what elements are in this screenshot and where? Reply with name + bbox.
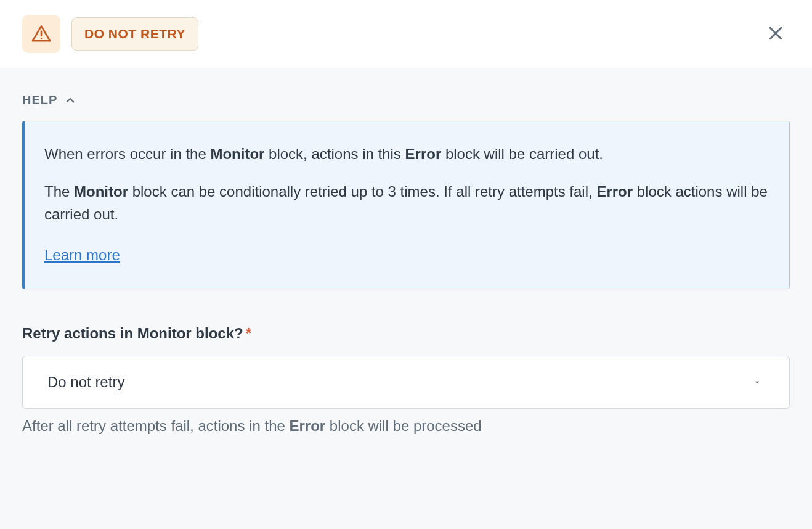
caret-down-icon [752, 374, 762, 391]
warning-icon-tile [22, 15, 60, 53]
close-icon [766, 24, 785, 43]
help-panel: When errors occur in the Monitor block, … [22, 121, 790, 289]
text-bold: Error [405, 146, 442, 162]
text-bold: Error [596, 183, 633, 200]
retry-select[interactable]: Do not retry [22, 356, 790, 409]
svg-point-1 [41, 38, 43, 39]
text-fragment: block can be conditionally retried up to… [128, 183, 596, 200]
help-toggle[interactable]: HELP [22, 93, 76, 107]
retry-select-wrap: Do not retry [22, 356, 790, 409]
label-text: Retry actions in Monitor block? [22, 325, 243, 342]
text-bold: Error [290, 417, 326, 434]
retry-field-label: Retry actions in Monitor block? * [22, 325, 790, 342]
text-fragment: The [44, 183, 74, 200]
text-fragment: After all retry attempts fail, actions i… [22, 417, 290, 434]
retry-select-value: Do not retry [47, 374, 124, 391]
help-paragraph-1: When errors occur in the Monitor block, … [44, 142, 769, 165]
retry-hint: After all retry attempts fail, actions i… [22, 417, 790, 435]
learn-more-link[interactable]: Learn more [44, 247, 120, 263]
text-fragment: block, actions in this [264, 146, 405, 162]
status-tag: DO NOT RETRY [71, 17, 198, 51]
close-button[interactable] [761, 19, 790, 49]
panel-body: HELP When errors occur in the Monitor bl… [0, 68, 812, 529]
header-left: DO NOT RETRY [22, 15, 198, 53]
required-indicator: * [246, 325, 251, 342]
text-fragment: block will be carried out. [441, 146, 603, 162]
chevron-up-icon [65, 95, 76, 106]
warning-triangle-icon [31, 23, 52, 44]
text-bold: Monitor [74, 183, 128, 200]
help-paragraph-2: The Monitor block can be conditionally r… [44, 180, 769, 226]
panel-header: DO NOT RETRY [0, 0, 812, 68]
help-title: HELP [22, 93, 57, 107]
text-bold: Monitor [210, 146, 264, 162]
text-fragment: block will be processed [325, 417, 481, 434]
status-tag-label: DO NOT RETRY [84, 27, 185, 41]
text-fragment: When errors occur in the [44, 146, 210, 162]
